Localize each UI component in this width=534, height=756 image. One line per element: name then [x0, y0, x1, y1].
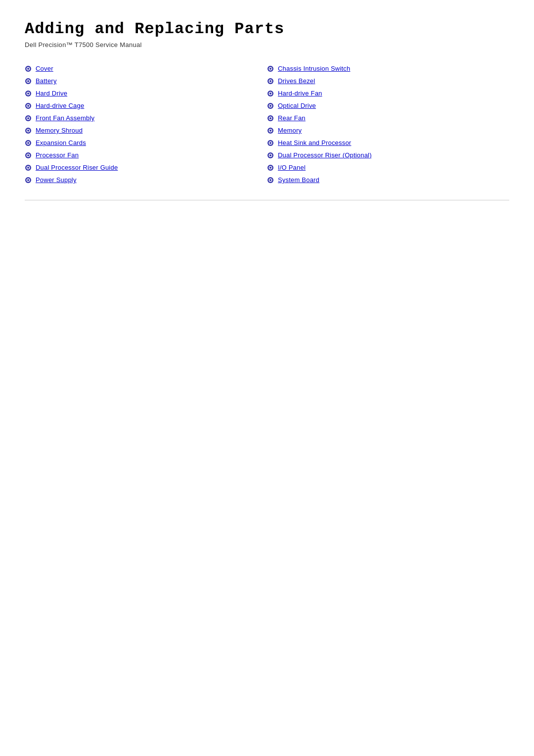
bullet-icon-hard-drive-cage	[25, 102, 32, 109]
svg-point-20	[27, 142, 29, 144]
svg-point-2	[27, 68, 29, 70]
link-front-fan-assembly[interactable]: Front Fan Assembly	[36, 114, 94, 122]
list-item-chassis-intrusion-switch: Chassis Intrusion Switch	[267, 63, 509, 74]
svg-point-5	[27, 80, 29, 82]
svg-point-47	[269, 130, 271, 132]
bullet-icon-cover	[25, 65, 32, 72]
svg-point-38	[269, 93, 271, 94]
page-subtitle: Dell Precision™ T7500 Service Manual	[25, 41, 509, 48]
bullet-icon-dual-processor-riser-guide	[25, 164, 32, 171]
list-item-rear-fan: Rear Fan	[267, 113, 509, 123]
list-item-heat-sink-and-processor: Heat Sink and Processor	[267, 138, 509, 148]
bullet-icon-expansion-cards	[25, 140, 32, 146]
link-io-panel[interactable]: I/O Panel	[278, 164, 306, 171]
link-memory-shroud[interactable]: Memory Shroud	[36, 127, 83, 134]
link-chassis-intrusion-switch[interactable]: Chassis Intrusion Switch	[278, 65, 350, 72]
link-power-supply[interactable]: Power Supply	[36, 176, 77, 184]
svg-point-8	[27, 93, 29, 94]
svg-point-44	[269, 117, 271, 119]
link-heat-sink-and-processor[interactable]: Heat Sink and Processor	[278, 139, 351, 146]
svg-point-23	[27, 154, 29, 156]
list-item-optical-drive: Optical Drive	[267, 100, 509, 111]
bullet-icon-hard-drive	[25, 90, 32, 97]
list-item-power-supply: Power Supply	[25, 175, 267, 185]
link-optical-drive[interactable]: Optical Drive	[278, 102, 316, 109]
link-hard-drive[interactable]: Hard Drive	[36, 90, 67, 97]
svg-point-35	[269, 80, 271, 82]
page-title: Adding and Replacing Parts	[25, 20, 509, 38]
list-item-expansion-cards: Expansion Cards	[25, 138, 267, 148]
bullet-icon-battery	[25, 78, 32, 85]
list-item-memory: Memory	[267, 125, 509, 136]
list-item-processor-fan: Processor Fan	[25, 150, 267, 160]
link-battery[interactable]: Battery	[36, 77, 57, 85]
svg-point-53	[269, 154, 271, 156]
bullet-icon-memory-shroud	[25, 127, 32, 134]
svg-point-56	[269, 167, 271, 169]
list-item-cover: Cover	[25, 63, 267, 74]
link-dual-processor-riser-guide[interactable]: Dual Processor Riser Guide	[36, 164, 118, 171]
link-rear-fan[interactable]: Rear Fan	[278, 114, 306, 122]
bullet-icon-memory	[267, 127, 274, 134]
svg-point-17	[27, 130, 29, 132]
list-item-dual-processor-riser-guide: Dual Processor Riser Guide	[25, 162, 267, 173]
bullet-icon-system-board	[267, 177, 274, 184]
content-columns: Cover Battery Hard Drive Hard-drive Cage…	[25, 63, 509, 185]
section-divider	[25, 200, 509, 200]
svg-point-11	[27, 105, 29, 107]
svg-point-50	[269, 142, 271, 144]
link-hard-drive-cage[interactable]: Hard-drive Cage	[36, 102, 84, 109]
list-item-dual-processor-riser-optional: Dual Processor Riser (Optional)	[267, 150, 509, 160]
bullet-icon-io-panel	[267, 164, 274, 171]
list-item-hard-drive: Hard Drive	[25, 88, 267, 98]
bullet-icon-front-fan-assembly	[25, 115, 32, 122]
bullet-icon-dual-processor-riser-optional	[267, 152, 274, 159]
svg-point-29	[27, 179, 29, 181]
list-item-memory-shroud: Memory Shroud	[25, 125, 267, 136]
svg-point-32	[269, 68, 271, 70]
bullet-icon-heat-sink-and-processor	[267, 140, 274, 146]
list-item-io-panel: I/O Panel	[267, 162, 509, 173]
bullet-icon-chassis-intrusion-switch	[267, 65, 274, 72]
link-system-board[interactable]: System Board	[278, 176, 319, 184]
link-hard-drive-fan[interactable]: Hard-drive Fan	[278, 90, 322, 97]
svg-point-41	[269, 105, 271, 107]
list-item-drives-bezel: Drives Bezel	[267, 76, 509, 86]
link-dual-processor-riser-optional[interactable]: Dual Processor Riser (Optional)	[278, 151, 372, 159]
link-expansion-cards[interactable]: Expansion Cards	[36, 139, 86, 146]
link-cover[interactable]: Cover	[36, 65, 53, 72]
list-item-hard-drive-fan: Hard-drive Fan	[267, 88, 509, 98]
bullet-icon-optical-drive	[267, 102, 274, 109]
bullet-icon-power-supply	[25, 177, 32, 184]
link-memory[interactable]: Memory	[278, 127, 302, 134]
bullet-icon-rear-fan	[267, 115, 274, 122]
bullet-icon-drives-bezel	[267, 78, 274, 85]
list-item-system-board: System Board	[267, 175, 509, 185]
link-processor-fan[interactable]: Processor Fan	[36, 151, 79, 159]
bullet-icon-hard-drive-fan	[267, 90, 274, 97]
svg-point-14	[27, 117, 29, 119]
svg-point-59	[269, 179, 271, 181]
list-item-hard-drive-cage: Hard-drive Cage	[25, 100, 267, 111]
left-column: Cover Battery Hard Drive Hard-drive Cage…	[25, 63, 267, 185]
list-item-front-fan-assembly: Front Fan Assembly	[25, 113, 267, 123]
right-column: Chassis Intrusion Switch Drives Bezel Ha…	[267, 63, 509, 185]
bullet-icon-processor-fan	[25, 152, 32, 159]
svg-point-26	[27, 167, 29, 169]
list-item-battery: Battery	[25, 76, 267, 86]
link-drives-bezel[interactable]: Drives Bezel	[278, 77, 315, 85]
